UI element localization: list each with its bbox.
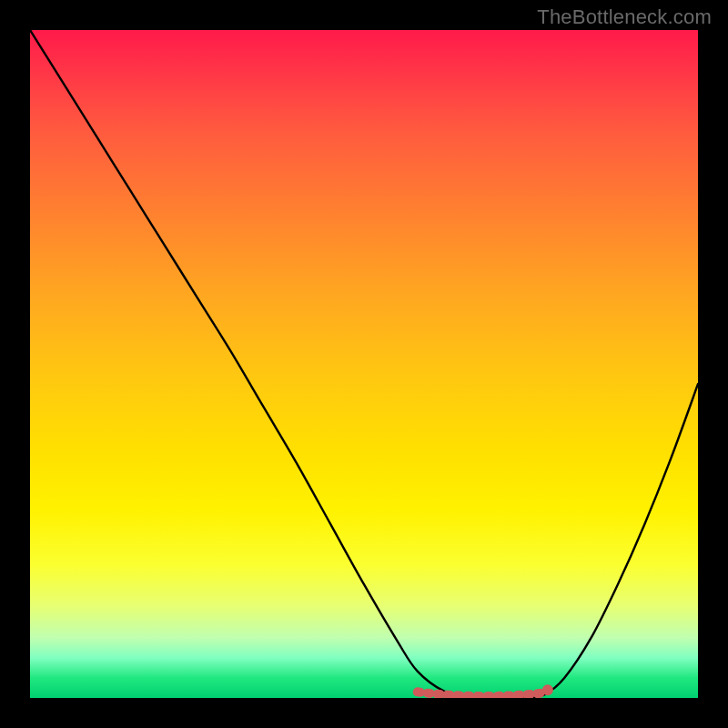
watermark-text: TheBottleneck.com xyxy=(537,5,712,29)
chart-container: TheBottleneck.com xyxy=(0,0,728,728)
plot-background xyxy=(30,30,698,698)
